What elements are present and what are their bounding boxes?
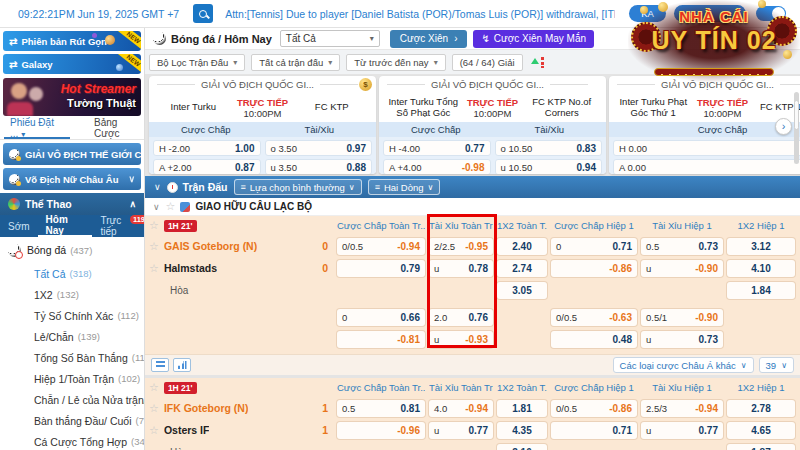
odds-cell[interactable]: u0.78 [429,260,493,277]
favorite-star-icon[interactable]: ☆ [149,219,159,232]
odds-cell[interactable]: u0.77 [429,422,493,439]
sidebar-item-hi-p-1-to-n-tr-n[interactable]: Hiệp 1/Toàn Trận(102) [0,368,144,389]
odds-cell[interactable]: 0.50.81 [337,400,425,417]
odds-cell[interactable]: 0.71 [551,422,637,439]
more-asian-bets-dropdown[interactable]: Các loại cược Châu Á khác∨ [613,357,754,373]
odds-cell[interactable]: u-0.90 [641,260,723,277]
odds-cell[interactable]: 00.66 [337,309,425,326]
favorite-star-icon[interactable]: ☆ [149,381,159,394]
odds-cell[interactable]: u 3.500.88 [265,159,373,174]
tab-today[interactable]: Hôm Nay [38,215,93,237]
chevron-down-icon[interactable]: ∨ [153,202,160,212]
sort-mode-dropdown[interactable]: ≡Lựa chọn bình thường∨ [234,179,362,195]
odds-cell[interactable]: 0/0.5-0.63 [551,309,637,326]
bet-count-dropdown[interactable]: 39∨ [759,357,794,373]
tab-bet-list[interactable]: Bảng Cược [94,117,144,139]
odds-cell[interactable]: o 3.500.97 [265,140,373,156]
odds-cell[interactable]: 4.65 [727,422,795,439]
chart-view-button[interactable] [173,358,191,372]
lucky-parlay-button[interactable]: ↯Cược Xiên May Mắn [473,30,594,48]
banner-hot-streamer[interactable]: Hot Streamer Tường Thuật [3,78,141,116]
search-button[interactable] [193,4,213,23]
odds-cell[interactable]: A +2.000.87 [153,159,261,174]
odds-cell[interactable]: H -4.000.77 [383,140,491,156]
favorite-star-icon[interactable]: ☆ [166,200,176,213]
odds-cell[interactable]: H -2.001.00 [153,140,261,156]
market-select[interactable]: Tất Cả▾ [280,30,380,47]
banner-galaxy[interactable]: ⇄ Galaxy NEW [3,54,141,74]
match-filter-dropdown[interactable]: Bộ Lọc Trận Đấu▾ [149,54,245,71]
sidebar-item-1x2[interactable]: 1X2(132) [0,284,144,305]
rows-view-button[interactable] [151,358,169,372]
odds-cell[interactable]: u-0.93 [429,331,493,348]
favorite-star-icon[interactable]: ☆ [149,240,159,253]
odds-cell[interactable]: 0.48 [551,331,637,348]
top-button-1[interactable]: KA [629,5,666,22]
tab-early[interactable]: Sớm [0,215,38,237]
live-toggle[interactable] [756,6,786,21]
scrollbar-thumb[interactable] [794,100,799,130]
odds-cell[interactable]: 1.84 [727,282,795,299]
schedule-tabs: Sớm Hôm Nay Trực tiếp119 [0,215,144,237]
favorite-star-icon[interactable]: ☆ [149,424,159,437]
tab-live[interactable]: Trực tiếp119 [92,215,144,237]
sidebar-item-football[interactable]: Bóng đá (437) [0,237,144,263]
odds-cell[interactable]: 1.87 [727,444,795,450]
sort-icon[interactable] [531,56,545,69]
league-count-button[interactable]: (64 / 64) Giải [452,54,523,71]
odds-cell[interactable]: A +4.00-0.98 [383,159,491,174]
sidebar-item-c-c-c-t-ng-h-p[interactable]: Cá Cược Tổng Hợp(343) [0,431,144,450]
all-matches-dropdown[interactable]: Tất cả trận đấu▾ [251,54,340,71]
odds-cell[interactable]: H 0.00 [613,140,800,156]
odds-cell[interactable]: 2.78 [727,400,795,417]
odds-cell[interactable]: 3.12 [727,238,795,255]
odds-cell[interactable]: o 10.500.83 [495,140,603,156]
league-section-row[interactable]: ∨ ☆ GIAO HỮU CÂU LẠC BỘ [145,198,800,216]
sidebar-item-world-championship[interactable]: GIẢI VÔ ĐỊCH THẾ GIỚI C... ∨ [3,143,141,165]
sidebar-item-t-s-ch-nh-x-c[interactable]: Tỷ Số Chính Xác(112) [0,305,144,326]
favorite-star-icon[interactable]: ☆ [149,262,159,275]
odds-cell[interactable]: 0.5/1-0.90 [641,309,723,326]
odds-cell[interactable]: -0.86 [551,260,637,277]
sidebar-item-t-t-c-[interactable]: Tất Cả(318) [0,263,144,284]
sidebar-item-sports[interactable]: Thể Thao ∧ [0,193,144,215]
sidebar-item-l-ch-n[interactable]: Lẻ/Chẵn(139) [0,326,144,347]
display-mode-dropdown[interactable]: ≡Hai Dòng∨ [368,179,441,195]
carousel-scrollbar[interactable] [794,92,799,164]
carousel-next-button[interactable]: › [775,118,792,135]
parlay-button[interactable]: Cược Xiên› [390,30,468,48]
odds-cell[interactable]: 0.50.73 [641,238,723,255]
odds-cell[interactable]: 2.74 [497,260,547,277]
sidebar-item-womens-euro[interactable]: Võ Địch Nữ Châu Âu ∨ [3,168,141,190]
odds-cell[interactable]: 2.40 [497,238,547,255]
chevron-down-icon[interactable]: ∨ [154,182,161,192]
odds-cell[interactable]: 4.0-0.94 [429,400,493,417]
odds-cell[interactable]: u0.73 [641,331,723,348]
odds-cell[interactable]: 3.05 [497,282,547,299]
top-button-2[interactable] [674,5,746,22]
banner-compact-version[interactable]: ⇄ Phiên bản Rút Gọn NEW [3,31,141,51]
odds-cell[interactable]: 1.81 [497,400,547,417]
odds-cell[interactable]: 2.5/3-0.94 [641,400,723,417]
odds-cell[interactable]: 2.00.76 [429,309,493,326]
sidebar-item-t-ng-s-b-n-th-ng[interactable]: Tổng Số Bàn Thắng(112) [0,347,144,368]
odds-cell[interactable]: 4.35 [497,422,547,439]
odds-cell[interactable]: A 0.00- [613,159,800,174]
odds-cell[interactable]: 3.10 [497,444,547,450]
odds-cell[interactable]: 0.79 [337,260,425,277]
odds-cell[interactable]: u 10.500.94 [495,159,603,174]
tab-bet-slip[interactable]: Phiếu Đặt ...▾ [10,117,70,139]
sidebar-item-ch-n-l-c-a-n-a-tr-n-t-[interactable]: Chẵn / Lẻ của Nửa trận/T...(98) [0,389,144,410]
odds-cell[interactable]: -0.81 [337,331,425,348]
odds-cell[interactable]: 2/2.5-0.95 [429,238,493,255]
odds-cell[interactable]: 00.71 [551,238,637,255]
odds-cell[interactable]: 4.10 [727,260,795,277]
odds-cell[interactable]: u0.77 [641,422,723,439]
odds-cell[interactable]: -0.96 [337,422,425,439]
odds-cell[interactable]: 0/0.5-0.94 [337,238,425,255]
odds-cell[interactable]: 0/0.5-0.86 [551,400,637,417]
match-clock-cell: ☆1H 21' [149,219,333,232]
time-range-dropdown[interactable]: Từ trước đến nay▾ [346,54,445,71]
favorite-star-icon[interactable]: ☆ [149,402,159,415]
sidebar-item-b-n-th-ng-u-cu-i[interactable]: Bàn thắng Đầu/ Cuối(78) [0,410,144,431]
